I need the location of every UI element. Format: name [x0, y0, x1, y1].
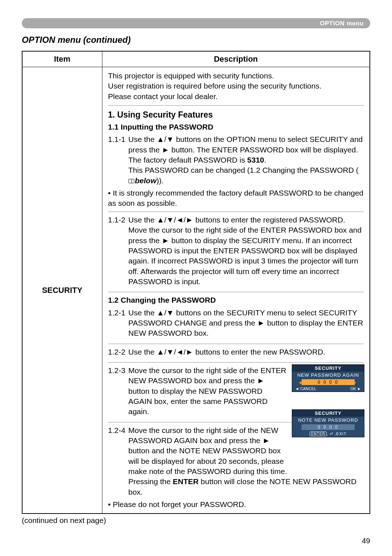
step-1-1-1-text-b-post: . — [264, 156, 266, 164]
dialog1-digits-value: 0 0 0 0 — [318, 380, 339, 385]
below-ref: below — [135, 176, 157, 185]
section-title: OPTION menu (continued) — [22, 35, 370, 45]
dialog-note-new-password: SECURITY NOTE NEW PASSWORD 0 0 0 0 ENTER… — [292, 409, 364, 437]
col-header-description: Description — [102, 51, 370, 67]
step-1-1-2-block: 1.1-2 Use the ▲/▼/◄/► buttons to enter t… — [108, 215, 364, 292]
dialog1-subtitle: NEW PASSWORD AGAIN — [292, 372, 364, 379]
step-1-2-1-block: 1.2-1 Use the ▲/▼ buttons on the SECURIT… — [108, 308, 364, 344]
step-1-1-1-text-c-end: )). — [156, 176, 164, 185]
intro-line-3: Please contact your local dealer. — [108, 91, 364, 102]
triangle-right-icon: ► — [353, 380, 358, 385]
enter-key-icon: ENTER — [310, 432, 327, 436]
heading-using-security: 1. Using Security Features — [108, 109, 364, 120]
step-num-1-2-4: 1.2-4 — [108, 425, 128, 497]
dialog2-title: SECURITY — [292, 410, 364, 417]
triangle-left-icon: ◄ — [298, 380, 303, 385]
dialog1-footer: ◄ CANCEL OK ► — [292, 386, 364, 392]
default-password-value: 5310 — [247, 156, 264, 164]
col-header-item: Item — [22, 51, 102, 67]
header-bar: OPTION menu — [22, 18, 370, 28]
step-num-1-1-2: 1.1-2 — [108, 215, 128, 287]
heading-changing-password: 1.2 Changing the PASSWORD — [108, 295, 364, 305]
step-1-2-2-block: 1.2-2 Use the ▲/▼/◄/► buttons to enter t… — [108, 347, 364, 363]
step-num-1-2-3: 1.2-3 — [108, 365, 128, 417]
step-num-1-2-1: 1.2-1 — [108, 308, 128, 339]
step-num-1-1-1: 1.1-1 — [108, 134, 128, 186]
item-security: SECURITY — [22, 67, 102, 514]
dialog2-footer-rest: , ⏎ ;EXIT — [327, 432, 347, 436]
step-1-2-4-block: 1.2-4 Move the cursor to the right side … — [108, 425, 364, 510]
page-number: 49 — [362, 536, 370, 545]
dialog1-cancel: ◄ CANCEL — [295, 387, 317, 391]
continued-next-page: (continued on next page) — [22, 516, 370, 525]
heading-inputting-password: 1.1 Inputting the PASSWORD — [108, 122, 364, 132]
step-num-1-2-2: 1.2-2 — [108, 347, 128, 357]
dialog-new-password-again: SECURITY NEW PASSWORD AGAIN ◄ 0 0 0 0 ► … — [292, 364, 364, 392]
step-body-1-2-1: Use the ▲/▼ buttons on the SECURITY menu… — [128, 308, 364, 339]
step-body-1-1-1: Use the ▲/▼ buttons on the OPTION menu t… — [128, 134, 364, 186]
step-1-1-1-text-b-pre: The factory default PASSWORD is — [128, 156, 248, 164]
step-1-1-1-block: 1.1-1 Use the ▲/▼ buttons on the OPTION … — [108, 134, 364, 212]
dialog1-title: SECURITY — [292, 365, 364, 372]
intro-block: This projector is equipped with security… — [108, 71, 364, 106]
option-table: Item Description SECURITY This projector… — [22, 51, 370, 514]
dialog1-digits: ◄ 0 0 0 0 ► — [302, 379, 355, 385]
dialog1-ok: OK ► — [350, 387, 361, 391]
step-body-1-2-2: Use the ▲/▼/◄/► buttons to enter the new… — [128, 347, 364, 357]
header-tab-label: OPTION menu — [320, 20, 364, 27]
dialog2-subtitle: NOTE NEW PASSWORD — [292, 417, 364, 424]
step-body-1-1-2: Use the ▲/▼/◄/► buttons to enter the reg… — [128, 215, 364, 287]
step-1-1-1-text-a: Use the ▲/▼ buttons on the OPTION menu t… — [128, 135, 363, 154]
note-1-2-4: • Please do not forget your PASSWORD. — [108, 499, 364, 510]
description-cell: This projector is equipped with security… — [102, 67, 370, 514]
enter-button-label: ENTER — [173, 477, 199, 486]
intro-line-2: User registration is required before usi… — [108, 81, 364, 91]
dialog2-digits: 0 0 0 0 — [302, 424, 355, 430]
step-1-2-4-text-b-pre: Pressing the — [128, 477, 173, 486]
dialog2-footer: ENTER, ⏎ ;EXIT — [292, 431, 364, 437]
step-1-1-1-text-c: This PASSWORD can be changed (1.2 Changi… — [128, 166, 359, 174]
note-1-1-1: • It is strongly recommended the factory… — [108, 188, 364, 209]
book-icon — [128, 179, 134, 183]
intro-line-1: This projector is equipped with security… — [108, 71, 364, 81]
